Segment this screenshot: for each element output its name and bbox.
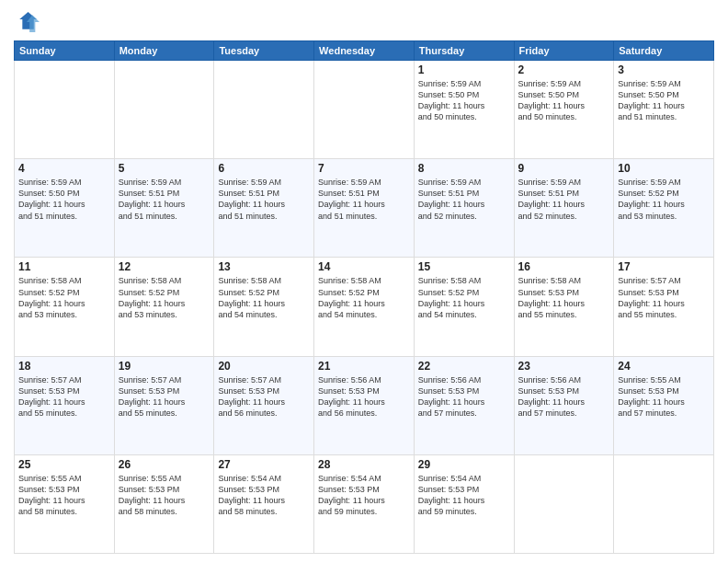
day-number: 6 bbox=[218, 162, 310, 175]
calendar-cell: 26Sunrise: 5:55 AM Sunset: 5:53 PM Dayli… bbox=[114, 454, 214, 553]
day-info: Sunrise: 5:55 AM Sunset: 5:53 PM Dayligh… bbox=[18, 473, 110, 518]
calendar-cell bbox=[514, 454, 614, 553]
day-number: 4 bbox=[18, 162, 110, 175]
day-info: Sunrise: 5:59 AM Sunset: 5:51 PM Dayligh… bbox=[318, 177, 410, 222]
day-number: 19 bbox=[119, 360, 210, 373]
week-row-4: 25Sunrise: 5:55 AM Sunset: 5:53 PM Dayli… bbox=[15, 454, 714, 553]
day-number: 11 bbox=[18, 260, 110, 273]
calendar-cell: 8Sunrise: 5:59 AM Sunset: 5:51 PM Daylig… bbox=[414, 159, 514, 258]
calendar-cell: 18Sunrise: 5:57 AM Sunset: 5:53 PM Dayli… bbox=[15, 356, 115, 454]
day-number: 24 bbox=[618, 360, 710, 373]
page: SundayMondayTuesdayWednesdayThursdayFrid… bbox=[0, 0, 728, 563]
calendar-cell: 17Sunrise: 5:57 AM Sunset: 5:53 PM Dayli… bbox=[614, 258, 714, 356]
calendar-cell: 11Sunrise: 5:58 AM Sunset: 5:52 PM Dayli… bbox=[15, 258, 115, 356]
day-header-saturday: Saturday bbox=[614, 41, 714, 61]
calendar-cell: 21Sunrise: 5:56 AM Sunset: 5:53 PM Dayli… bbox=[314, 356, 415, 454]
day-info: Sunrise: 5:54 AM Sunset: 5:53 PM Dayligh… bbox=[318, 473, 410, 518]
day-number: 9 bbox=[518, 162, 610, 175]
day-number: 7 bbox=[318, 162, 410, 175]
day-info: Sunrise: 5:59 AM Sunset: 5:51 PM Dayligh… bbox=[119, 177, 210, 222]
day-number: 2 bbox=[518, 63, 610, 76]
day-header-tuesday: Tuesday bbox=[214, 41, 314, 61]
day-number: 14 bbox=[318, 260, 410, 273]
calendar-cell: 9Sunrise: 5:59 AM Sunset: 5:51 PM Daylig… bbox=[514, 159, 614, 258]
day-info: Sunrise: 5:59 AM Sunset: 5:50 PM Dayligh… bbox=[18, 177, 110, 222]
day-info: Sunrise: 5:54 AM Sunset: 5:53 PM Dayligh… bbox=[418, 473, 510, 518]
day-number: 12 bbox=[119, 260, 210, 273]
day-info: Sunrise: 5:56 AM Sunset: 5:53 PM Dayligh… bbox=[318, 374, 410, 419]
day-number: 29 bbox=[418, 458, 510, 471]
logo bbox=[14, 9, 43, 35]
calendar-cell bbox=[314, 61, 415, 159]
calendar-cell: 19Sunrise: 5:57 AM Sunset: 5:53 PM Dayli… bbox=[114, 356, 214, 454]
day-number: 16 bbox=[518, 260, 610, 273]
calendar-cell bbox=[15, 61, 115, 159]
week-row-2: 11Sunrise: 5:58 AM Sunset: 5:52 PM Dayli… bbox=[15, 258, 714, 356]
day-number: 10 bbox=[618, 162, 710, 175]
calendar-cell: 12Sunrise: 5:58 AM Sunset: 5:52 PM Dayli… bbox=[114, 258, 214, 356]
day-number: 1 bbox=[418, 63, 510, 76]
calendar-cell: 5Sunrise: 5:59 AM Sunset: 5:51 PM Daylig… bbox=[114, 159, 214, 258]
day-number: 15 bbox=[418, 260, 510, 273]
day-info: Sunrise: 5:58 AM Sunset: 5:53 PM Dayligh… bbox=[518, 275, 610, 320]
day-info: Sunrise: 5:57 AM Sunset: 5:53 PM Dayligh… bbox=[119, 374, 210, 419]
day-number: 27 bbox=[218, 458, 310, 471]
day-header-sunday: Sunday bbox=[15, 41, 115, 61]
calendar-cell: 27Sunrise: 5:54 AM Sunset: 5:53 PM Dayli… bbox=[214, 454, 314, 553]
day-info: Sunrise: 5:55 AM Sunset: 5:53 PM Dayligh… bbox=[618, 374, 710, 419]
calendar-cell: 15Sunrise: 5:58 AM Sunset: 5:52 PM Dayli… bbox=[414, 258, 514, 356]
day-number: 3 bbox=[618, 63, 710, 76]
day-number: 28 bbox=[318, 458, 410, 471]
day-info: Sunrise: 5:59 AM Sunset: 5:52 PM Dayligh… bbox=[618, 177, 710, 222]
day-info: Sunrise: 5:59 AM Sunset: 5:51 PM Dayligh… bbox=[218, 177, 310, 222]
calendar-cell: 24Sunrise: 5:55 AM Sunset: 5:53 PM Dayli… bbox=[614, 356, 714, 454]
calendar-cell: 22Sunrise: 5:56 AM Sunset: 5:53 PM Dayli… bbox=[414, 356, 514, 454]
day-info: Sunrise: 5:59 AM Sunset: 5:51 PM Dayligh… bbox=[518, 177, 610, 222]
day-info: Sunrise: 5:56 AM Sunset: 5:53 PM Dayligh… bbox=[518, 374, 610, 419]
day-number: 20 bbox=[218, 360, 310, 373]
day-number: 23 bbox=[518, 360, 610, 373]
day-number: 25 bbox=[18, 458, 110, 471]
day-number: 18 bbox=[18, 360, 110, 373]
calendar-cell: 23Sunrise: 5:56 AM Sunset: 5:53 PM Dayli… bbox=[514, 356, 614, 454]
day-info: Sunrise: 5:58 AM Sunset: 5:52 PM Dayligh… bbox=[218, 275, 310, 320]
day-info: Sunrise: 5:57 AM Sunset: 5:53 PM Dayligh… bbox=[618, 275, 710, 320]
day-info: Sunrise: 5:56 AM Sunset: 5:53 PM Dayligh… bbox=[418, 374, 510, 419]
day-header-thursday: Thursday bbox=[414, 41, 514, 61]
day-number: 21 bbox=[318, 360, 410, 373]
day-info: Sunrise: 5:59 AM Sunset: 5:50 PM Dayligh… bbox=[518, 78, 610, 123]
calendar-cell: 7Sunrise: 5:59 AM Sunset: 5:51 PM Daylig… bbox=[314, 159, 415, 258]
calendar-cell bbox=[114, 61, 214, 159]
day-info: Sunrise: 5:58 AM Sunset: 5:52 PM Dayligh… bbox=[318, 275, 410, 320]
day-header-wednesday: Wednesday bbox=[314, 41, 415, 61]
calendar-cell: 25Sunrise: 5:55 AM Sunset: 5:53 PM Dayli… bbox=[15, 454, 115, 553]
calendar-cell: 28Sunrise: 5:54 AM Sunset: 5:53 PM Dayli… bbox=[314, 454, 415, 553]
day-number: 26 bbox=[119, 458, 210, 471]
day-number: 22 bbox=[418, 360, 510, 373]
calendar-cell bbox=[214, 61, 314, 159]
calendar-cell: 4Sunrise: 5:59 AM Sunset: 5:50 PM Daylig… bbox=[15, 159, 115, 258]
day-info: Sunrise: 5:54 AM Sunset: 5:53 PM Dayligh… bbox=[218, 473, 310, 518]
calendar-cell: 6Sunrise: 5:59 AM Sunset: 5:51 PM Daylig… bbox=[214, 159, 314, 258]
calendar-cell: 3Sunrise: 5:59 AM Sunset: 5:50 PM Daylig… bbox=[614, 61, 714, 159]
calendar-cell: 1Sunrise: 5:59 AM Sunset: 5:50 PM Daylig… bbox=[414, 61, 514, 159]
header bbox=[14, 9, 714, 35]
header-row: SundayMondayTuesdayWednesdayThursdayFrid… bbox=[15, 41, 714, 61]
day-header-friday: Friday bbox=[514, 41, 614, 61]
calendar-cell: 16Sunrise: 5:58 AM Sunset: 5:53 PM Dayli… bbox=[514, 258, 614, 356]
calendar-cell: 14Sunrise: 5:58 AM Sunset: 5:52 PM Dayli… bbox=[314, 258, 415, 356]
day-info: Sunrise: 5:55 AM Sunset: 5:53 PM Dayligh… bbox=[119, 473, 210, 518]
day-number: 13 bbox=[218, 260, 310, 273]
day-info: Sunrise: 5:57 AM Sunset: 5:53 PM Dayligh… bbox=[18, 374, 110, 419]
calendar-cell: 10Sunrise: 5:59 AM Sunset: 5:52 PM Dayli… bbox=[614, 159, 714, 258]
week-row-0: 1Sunrise: 5:59 AM Sunset: 5:50 PM Daylig… bbox=[15, 61, 714, 159]
day-info: Sunrise: 5:59 AM Sunset: 5:50 PM Dayligh… bbox=[418, 78, 510, 123]
calendar-cell: 29Sunrise: 5:54 AM Sunset: 5:53 PM Dayli… bbox=[414, 454, 514, 553]
day-info: Sunrise: 5:58 AM Sunset: 5:52 PM Dayligh… bbox=[119, 275, 210, 320]
week-row-1: 4Sunrise: 5:59 AM Sunset: 5:50 PM Daylig… bbox=[15, 159, 714, 258]
calendar-cell: 13Sunrise: 5:58 AM Sunset: 5:52 PM Dayli… bbox=[214, 258, 314, 356]
day-info: Sunrise: 5:58 AM Sunset: 5:52 PM Dayligh… bbox=[418, 275, 510, 320]
week-row-3: 18Sunrise: 5:57 AM Sunset: 5:53 PM Dayli… bbox=[15, 356, 714, 454]
day-info: Sunrise: 5:59 AM Sunset: 5:50 PM Dayligh… bbox=[618, 78, 710, 123]
logo-icon bbox=[14, 9, 40, 35]
